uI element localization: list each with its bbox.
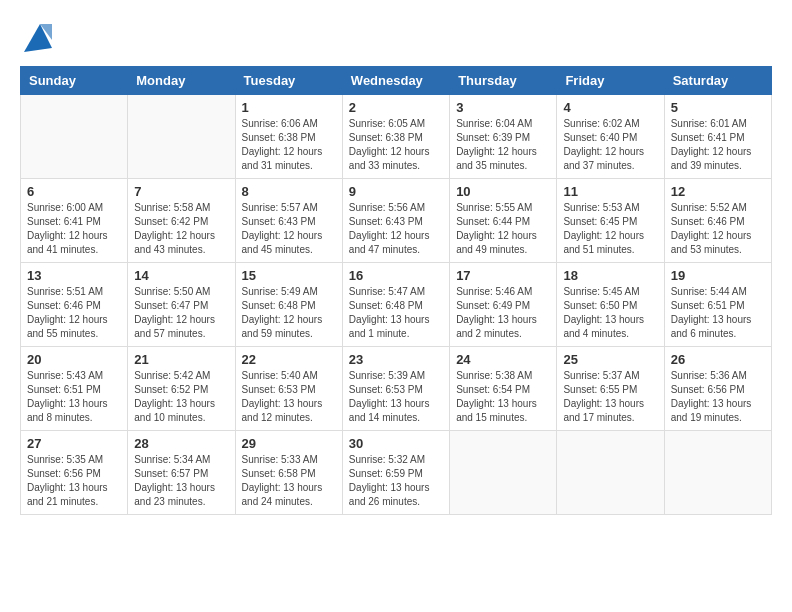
day-number: 2 [349,100,443,115]
day-info: Sunrise: 5:43 AM Sunset: 6:51 PM Dayligh… [27,369,121,425]
calendar-cell [664,431,771,515]
day-number: 24 [456,352,550,367]
calendar-cell: 30Sunrise: 5:32 AM Sunset: 6:59 PM Dayli… [342,431,449,515]
day-number: 21 [134,352,228,367]
day-number: 6 [27,184,121,199]
day-header-saturday: Saturday [664,67,771,95]
day-header-tuesday: Tuesday [235,67,342,95]
calendar-table: SundayMondayTuesdayWednesdayThursdayFrid… [20,66,772,515]
logo-icon [20,20,56,56]
calendar-cell: 6Sunrise: 6:00 AM Sunset: 6:41 PM Daylig… [21,179,128,263]
calendar-cell: 8Sunrise: 5:57 AM Sunset: 6:43 PM Daylig… [235,179,342,263]
calendar-cell: 1Sunrise: 6:06 AM Sunset: 6:38 PM Daylig… [235,95,342,179]
day-number: 10 [456,184,550,199]
day-info: Sunrise: 5:36 AM Sunset: 6:56 PM Dayligh… [671,369,765,425]
calendar-cell: 17Sunrise: 5:46 AM Sunset: 6:49 PM Dayli… [450,263,557,347]
day-info: Sunrise: 5:45 AM Sunset: 6:50 PM Dayligh… [563,285,657,341]
calendar-cell: 5Sunrise: 6:01 AM Sunset: 6:41 PM Daylig… [664,95,771,179]
day-header-monday: Monday [128,67,235,95]
day-number: 4 [563,100,657,115]
calendar-cell [21,95,128,179]
day-info: Sunrise: 5:56 AM Sunset: 6:43 PM Dayligh… [349,201,443,257]
day-number: 30 [349,436,443,451]
day-info: Sunrise: 5:58 AM Sunset: 6:42 PM Dayligh… [134,201,228,257]
calendar-cell: 4Sunrise: 6:02 AM Sunset: 6:40 PM Daylig… [557,95,664,179]
day-number: 20 [27,352,121,367]
week-row-4: 20Sunrise: 5:43 AM Sunset: 6:51 PM Dayli… [21,347,772,431]
day-number: 28 [134,436,228,451]
day-number: 26 [671,352,765,367]
day-info: Sunrise: 6:02 AM Sunset: 6:40 PM Dayligh… [563,117,657,173]
calendar-cell: 23Sunrise: 5:39 AM Sunset: 6:53 PM Dayli… [342,347,449,431]
day-info: Sunrise: 5:39 AM Sunset: 6:53 PM Dayligh… [349,369,443,425]
day-number: 1 [242,100,336,115]
calendar-cell: 24Sunrise: 5:38 AM Sunset: 6:54 PM Dayli… [450,347,557,431]
day-header-wednesday: Wednesday [342,67,449,95]
day-info: Sunrise: 5:34 AM Sunset: 6:57 PM Dayligh… [134,453,228,509]
day-info: Sunrise: 6:04 AM Sunset: 6:39 PM Dayligh… [456,117,550,173]
logo [20,20,56,56]
day-info: Sunrise: 6:00 AM Sunset: 6:41 PM Dayligh… [27,201,121,257]
day-number: 11 [563,184,657,199]
day-info: Sunrise: 5:37 AM Sunset: 6:55 PM Dayligh… [563,369,657,425]
calendar-cell: 13Sunrise: 5:51 AM Sunset: 6:46 PM Dayli… [21,263,128,347]
calendar-cell [557,431,664,515]
day-info: Sunrise: 5:44 AM Sunset: 6:51 PM Dayligh… [671,285,765,341]
day-info: Sunrise: 5:33 AM Sunset: 6:58 PM Dayligh… [242,453,336,509]
day-header-friday: Friday [557,67,664,95]
calendar-cell: 14Sunrise: 5:50 AM Sunset: 6:47 PM Dayli… [128,263,235,347]
day-number: 22 [242,352,336,367]
day-number: 19 [671,268,765,283]
calendar-cell: 19Sunrise: 5:44 AM Sunset: 6:51 PM Dayli… [664,263,771,347]
calendar-cell: 11Sunrise: 5:53 AM Sunset: 6:45 PM Dayli… [557,179,664,263]
day-info: Sunrise: 5:35 AM Sunset: 6:56 PM Dayligh… [27,453,121,509]
calendar-cell: 29Sunrise: 5:33 AM Sunset: 6:58 PM Dayli… [235,431,342,515]
calendar-cell: 18Sunrise: 5:45 AM Sunset: 6:50 PM Dayli… [557,263,664,347]
days-header-row: SundayMondayTuesdayWednesdayThursdayFrid… [21,67,772,95]
day-info: Sunrise: 5:46 AM Sunset: 6:49 PM Dayligh… [456,285,550,341]
day-number: 15 [242,268,336,283]
day-number: 25 [563,352,657,367]
day-number: 12 [671,184,765,199]
day-number: 29 [242,436,336,451]
day-number: 27 [27,436,121,451]
day-info: Sunrise: 5:49 AM Sunset: 6:48 PM Dayligh… [242,285,336,341]
calendar-cell: 7Sunrise: 5:58 AM Sunset: 6:42 PM Daylig… [128,179,235,263]
day-number: 23 [349,352,443,367]
calendar-cell: 27Sunrise: 5:35 AM Sunset: 6:56 PM Dayli… [21,431,128,515]
day-info: Sunrise: 6:06 AM Sunset: 6:38 PM Dayligh… [242,117,336,173]
week-row-1: 1Sunrise: 6:06 AM Sunset: 6:38 PM Daylig… [21,95,772,179]
calendar-cell: 25Sunrise: 5:37 AM Sunset: 6:55 PM Dayli… [557,347,664,431]
calendar-cell: 16Sunrise: 5:47 AM Sunset: 6:48 PM Dayli… [342,263,449,347]
day-info: Sunrise: 5:51 AM Sunset: 6:46 PM Dayligh… [27,285,121,341]
day-header-sunday: Sunday [21,67,128,95]
day-info: Sunrise: 5:42 AM Sunset: 6:52 PM Dayligh… [134,369,228,425]
calendar-cell: 22Sunrise: 5:40 AM Sunset: 6:53 PM Dayli… [235,347,342,431]
calendar-cell: 20Sunrise: 5:43 AM Sunset: 6:51 PM Dayli… [21,347,128,431]
calendar-cell: 15Sunrise: 5:49 AM Sunset: 6:48 PM Dayli… [235,263,342,347]
day-info: Sunrise: 5:52 AM Sunset: 6:46 PM Dayligh… [671,201,765,257]
calendar-cell: 21Sunrise: 5:42 AM Sunset: 6:52 PM Dayli… [128,347,235,431]
day-number: 8 [242,184,336,199]
day-number: 17 [456,268,550,283]
calendar-cell [450,431,557,515]
week-row-2: 6Sunrise: 6:00 AM Sunset: 6:41 PM Daylig… [21,179,772,263]
calendar-cell [128,95,235,179]
calendar-cell: 9Sunrise: 5:56 AM Sunset: 6:43 PM Daylig… [342,179,449,263]
calendar-cell: 3Sunrise: 6:04 AM Sunset: 6:39 PM Daylig… [450,95,557,179]
calendar-cell: 28Sunrise: 5:34 AM Sunset: 6:57 PM Dayli… [128,431,235,515]
day-info: Sunrise: 6:01 AM Sunset: 6:41 PM Dayligh… [671,117,765,173]
day-number: 14 [134,268,228,283]
calendar-cell: 10Sunrise: 5:55 AM Sunset: 6:44 PM Dayli… [450,179,557,263]
day-number: 16 [349,268,443,283]
calendar-cell: 26Sunrise: 5:36 AM Sunset: 6:56 PM Dayli… [664,347,771,431]
day-info: Sunrise: 5:38 AM Sunset: 6:54 PM Dayligh… [456,369,550,425]
day-info: Sunrise: 5:40 AM Sunset: 6:53 PM Dayligh… [242,369,336,425]
day-info: Sunrise: 5:57 AM Sunset: 6:43 PM Dayligh… [242,201,336,257]
calendar-cell: 12Sunrise: 5:52 AM Sunset: 6:46 PM Dayli… [664,179,771,263]
day-number: 13 [27,268,121,283]
day-number: 9 [349,184,443,199]
day-info: Sunrise: 5:47 AM Sunset: 6:48 PM Dayligh… [349,285,443,341]
day-number: 7 [134,184,228,199]
day-number: 3 [456,100,550,115]
